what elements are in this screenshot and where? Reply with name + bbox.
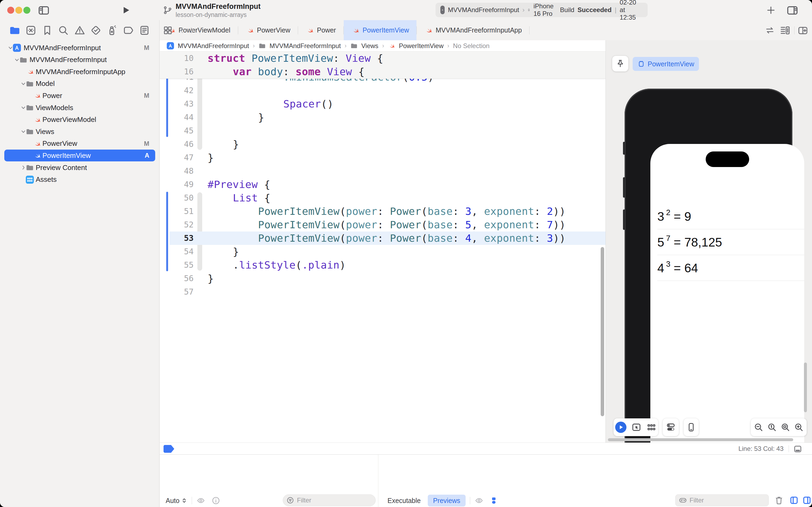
disclosure-down-icon[interactable] — [20, 81, 26, 87]
sidebar-item-Power[interactable]: PowerM — [0, 90, 160, 102]
find-navigator-icon[interactable] — [58, 25, 69, 36]
code-line-52[interactable]: 52PowerItemView(power: Power(base: 5, ex… — [160, 218, 605, 231]
power-list-row[interactable]: 57= 78,125 — [650, 229, 804, 255]
sidebar-item-MVVMAndFreeformInput[interactable]: MVVMAndFreeformInputM — [0, 42, 160, 54]
line-number[interactable]: 47 — [160, 151, 193, 164]
zoom-actual-size-button[interactable] — [767, 422, 777, 432]
new-tab-button[interactable] — [766, 5, 776, 15]
device-settings-button[interactable] — [663, 418, 679, 436]
toggle-console-icon[interactable] — [802, 496, 812, 505]
breakpoint-tag[interactable] — [164, 445, 174, 453]
run-destination[interactable]: iPhone 16 Pro — [533, 2, 554, 17]
scheme-name[interactable]: MVVMAndFreeformInput — [448, 6, 519, 14]
disclosure-down-icon[interactable] — [20, 129, 26, 134]
code-line-53[interactable]: 53PowerItemView(power: Power(base: 4, ex… — [160, 231, 605, 245]
power-list-row[interactable]: 32= 9 — [650, 204, 804, 229]
code-line-42[interactable]: 42 — [160, 84, 605, 97]
line-number[interactable]: 50 — [160, 191, 193, 205]
sidebar-item-PowerViewModel[interactable]: PowerViewModel — [0, 114, 160, 126]
debug-navigator-icon[interactable] — [106, 25, 118, 36]
line-number[interactable]: 56 — [160, 272, 193, 285]
selectable-mode-button[interactable] — [631, 422, 641, 432]
variables-filter-field[interactable]: Filter — [283, 494, 375, 506]
line-number[interactable]: 45 — [160, 124, 193, 137]
issues-navigator-icon[interactable] — [74, 25, 85, 36]
pin-preview-button[interactable] — [612, 56, 628, 71]
tab-MVVMAndFreeformInputApp[interactable]: MVVMAndFreeformInputApp — [417, 20, 529, 40]
sidebar-item-MVVMAndFreeformInput[interactable]: MVVMAndFreeformInput — [0, 54, 160, 66]
code-line-50[interactable]: 50List { — [160, 191, 605, 205]
sidebar-item-Views[interactable]: Views — [0, 126, 160, 137]
info-icon[interactable] — [211, 496, 221, 505]
variants-mode-button[interactable] — [646, 422, 656, 432]
preview-horizontal-scrollbar[interactable] — [608, 438, 793, 441]
reports-navigator-icon[interactable] — [139, 25, 150, 36]
editor-scrollbar[interactable] — [601, 247, 604, 416]
sidebar-item-ViewModels[interactable]: ViewModels — [0, 102, 160, 114]
go-forward-icon[interactable] — [188, 26, 196, 35]
line-number[interactable]: 53 — [160, 231, 193, 245]
line-number[interactable]: 46 — [160, 137, 193, 151]
power-list-row[interactable]: 43= 64 — [650, 255, 804, 281]
breadcrumb-item[interactable]: Views — [361, 42, 379, 50]
tab-PowerView[interactable]: PowerView — [238, 20, 298, 40]
disclosure-right-icon[interactable] — [20, 165, 26, 171]
source-control-navigator-icon[interactable] — [25, 25, 37, 36]
add-editor-icon[interactable] — [798, 25, 808, 36]
tab-PowerItemView[interactable]: PowerItemView — [344, 20, 416, 40]
sidebar-item-Preview-Content[interactable]: Preview Content — [0, 162, 160, 173]
code-line-46[interactable]: 46} — [160, 137, 605, 151]
code-line-51[interactable]: 51PowerItemView(power: Power(base: 3, ex… — [160, 205, 605, 218]
toggle-debug-area-icon[interactable] — [793, 444, 802, 454]
bookmarks-navigator-icon[interactable] — [42, 25, 53, 36]
console-mode-icon[interactable] — [489, 496, 498, 505]
live-preview-button[interactable] — [615, 421, 627, 433]
minimize-window-button[interactable] — [15, 7, 22, 14]
code-line-45[interactable]: 45 — [160, 124, 605, 137]
disclosure-down-icon[interactable] — [20, 105, 26, 111]
sticky-line-10[interactable]: 10struct PowerItemView: View { — [160, 52, 605, 65]
code-line-44[interactable]: 44} — [160, 111, 605, 124]
line-number[interactable]: 55 — [160, 258, 193, 272]
close-window-button[interactable] — [7, 7, 14, 14]
code-line-43[interactable]: 43Spacer() — [160, 97, 605, 111]
adjust-editor-icon[interactable] — [765, 25, 775, 36]
breakpoints-navigator-icon[interactable] — [123, 25, 134, 36]
line-number[interactable]: 52 — [160, 218, 193, 231]
quicklook-icon[interactable] — [196, 496, 206, 505]
tab-Power[interactable]: Power — [298, 20, 343, 40]
code-line-57[interactable]: 57 — [160, 285, 605, 299]
code-line-55[interactable]: 55.listStyle(.plain) — [160, 258, 605, 272]
related-items-icon[interactable] — [163, 25, 173, 36]
breadcrumb-item[interactable]: MVVMAndFreeformInput — [178, 42, 249, 50]
sticky-line-16[interactable]: 16var body: some View { — [160, 65, 605, 79]
breadcrumb-item[interactable]: MVVMAndFreeformInput — [270, 42, 341, 50]
toggle-sidebar-icon[interactable] — [38, 4, 50, 16]
line-number[interactable]: 57 — [160, 285, 193, 299]
variables-scope-select[interactable]: Auto — [166, 497, 179, 505]
preview-name-chip[interactable]: PowerItemView — [633, 57, 699, 71]
activity-status-pill[interactable]: MVVMAndFreeformInput › iPhone 16 Pro Bui… — [436, 3, 648, 17]
go-back-icon[interactable] — [178, 26, 186, 35]
toggle-variables-view-icon[interactable] — [789, 496, 799, 505]
sidebar-item-PowerItemView[interactable]: PowerItemViewA — [0, 150, 160, 161]
zoom-window-button[interactable] — [23, 7, 31, 14]
sidebar-item-PowerView[interactable]: PowerViewM — [0, 138, 160, 150]
code-line-47[interactable]: 47} — [160, 151, 605, 164]
line-number[interactable]: 49 — [160, 178, 193, 191]
code-line-54[interactable]: 54} — [160, 245, 605, 258]
console-filter-menu-icon[interactable] — [679, 496, 687, 504]
disclosure-down-icon[interactable] — [14, 57, 20, 63]
sidebar-item-Model[interactable]: Model — [0, 78, 160, 90]
clear-console-icon[interactable] — [774, 496, 784, 505]
preview-vertical-scrollbar[interactable] — [804, 362, 807, 412]
editor-options-icon[interactable] — [780, 25, 791, 36]
line-number[interactable]: 51 — [160, 205, 193, 218]
run-button[interactable] — [120, 5, 131, 15]
breadcrumb-item[interactable]: No Selection — [453, 42, 489, 50]
line-number[interactable]: 44 — [160, 111, 193, 124]
previews-chip[interactable]: Previews — [428, 495, 466, 506]
line-number[interactable]: 43 — [160, 97, 193, 111]
toggle-inspector-icon[interactable] — [786, 4, 799, 16]
tests-navigator-icon[interactable] — [90, 25, 102, 36]
